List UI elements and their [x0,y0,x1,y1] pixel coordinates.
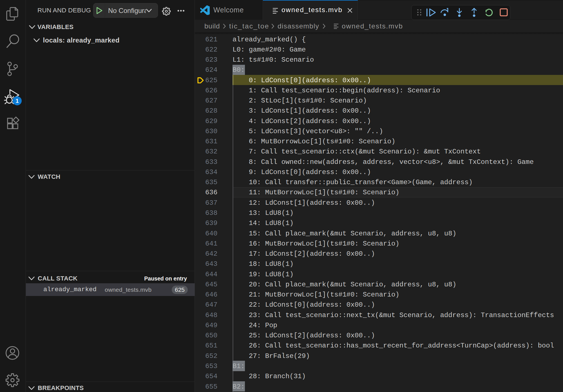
svg-text:1: 1 [15,98,19,104]
